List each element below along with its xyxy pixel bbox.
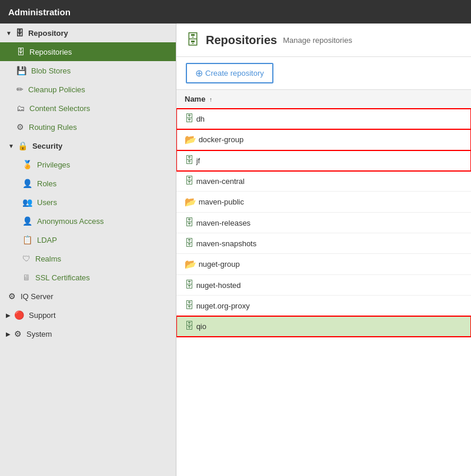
table-row[interactable]: 🗄 nuget-hosted <box>176 275 471 296</box>
proxy-icon: 🗄 <box>185 300 194 311</box>
sidebar-item-users[interactable]: 👥 Users <box>0 193 176 212</box>
roles-label: Roles <box>37 179 56 188</box>
iq-server-icon: ⚙ <box>8 291 16 301</box>
repo-name: maven-releases <box>196 219 251 227</box>
repo-name: nuget-hosted <box>196 281 241 290</box>
sidebar-item-cleanup-policies[interactable]: ✏ Cleanup Policies <box>0 80 176 99</box>
repository-arrow: ▼ <box>6 30 12 36</box>
sort-ascending-icon: ↑ <box>209 96 212 103</box>
table-row[interactable]: 🗄 maven-snapshots <box>176 233 471 254</box>
table-row[interactable]: 🗄 maven-releases <box>176 213 471 233</box>
table-row[interactable]: 📂 maven-public <box>176 192 471 213</box>
content-area: 🗄 Repositories Manage repositories ⊕ Cre… <box>176 24 471 476</box>
sidebar-item-ssl-certificates[interactable]: 🖥 SSL Certificates <box>0 268 176 287</box>
admin-header: Administration <box>0 0 471 24</box>
proxy-icon: 🗄 <box>185 113 194 124</box>
table-row[interactable]: 🗄 maven-central <box>176 171 471 192</box>
system-icon: ⚙ <box>14 329 22 338</box>
anonymous-icon: 👤 <box>22 216 32 226</box>
ldap-label: LDAP <box>37 236 57 244</box>
repositories-table-body: 🗄 dh📂 docker-group🗄 jf🗄 maven-central📂 m… <box>176 109 471 337</box>
sidebar-item-repositories[interactable]: 🗄 Repositories <box>0 42 176 61</box>
repo-name: maven-public <box>199 197 244 206</box>
cleanup-icon: ✏ <box>16 85 24 94</box>
sidebar-item-routing-rules[interactable]: ⚙ Routing Rules <box>0 118 176 136</box>
sidebar-item-roles[interactable]: 👤 Roles <box>0 174 176 193</box>
sidebar-item-realms[interactable]: 🛡 Realms <box>0 249 176 268</box>
realms-icon: 🛡 <box>22 254 31 263</box>
name-column-header[interactable]: Name ↑ <box>176 90 471 109</box>
create-button-label: Create repository <box>205 69 264 78</box>
table-row[interactable]: 📂 nuget-group <box>176 254 471 275</box>
sidebar-item-system[interactable]: ▶ ⚙ System <box>0 324 176 343</box>
users-label: Users <box>37 198 57 207</box>
routing-rules-icon: ⚙ <box>16 122 24 132</box>
repositories-icon: 🗄 <box>16 47 25 56</box>
security-section-label: Security <box>32 142 62 150</box>
repositories-header-icon: 🗄 <box>186 32 200 48</box>
sidebar-section-security[interactable]: ▼ 🔒 Security <box>0 136 176 155</box>
sidebar-item-support[interactable]: ▶ 🔴 Support <box>0 306 176 324</box>
table-row[interactable]: 🗄 dh <box>176 109 471 129</box>
table-header-row: Name ↑ <box>176 90 471 109</box>
sidebar-item-ldap[interactable]: 📋 LDAP <box>0 230 176 249</box>
repositories-table: Name ↑ 🗄 dh📂 docker-group🗄 jf🗄 maven-cen… <box>176 90 471 337</box>
create-repository-button[interactable]: ⊕ Create repository <box>186 63 273 83</box>
table-row[interactable]: 📂 docker-group <box>176 129 471 150</box>
content-selectors-label: Content Selectors <box>29 104 90 113</box>
sidebar-item-anonymous-access[interactable]: 👤 Anonymous Access <box>0 212 176 230</box>
sidebar-item-blob-stores[interactable]: 💾 Blob Stores <box>0 61 176 80</box>
content-selectors-icon: 🗂 <box>16 103 25 113</box>
privileges-icon: 🏅 <box>22 160 32 169</box>
table-row[interactable]: 🗄 jf <box>176 150 471 171</box>
users-icon: 👥 <box>22 197 32 207</box>
hosted-icon: 🗄 <box>185 217 194 228</box>
hosted-icon: 🗄 <box>185 238 194 249</box>
sidebar-item-privileges[interactable]: 🏅 Privileges <box>0 155 176 174</box>
page-title: Repositories <box>206 33 277 47</box>
repo-name: qio <box>196 322 206 331</box>
ssl-label: SSL Certificates <box>35 273 90 282</box>
repositories-table-wrapper: Name ↑ 🗄 dh📂 docker-group🗄 jf🗄 maven-cen… <box>176 90 471 337</box>
repo-name: docker-group <box>199 135 244 144</box>
routing-rules-label: Routing Rules <box>29 123 77 132</box>
roles-icon: 👤 <box>22 179 32 188</box>
hosted-icon: 🗄 <box>185 280 194 290</box>
group-icon: 📂 <box>185 196 196 207</box>
repositories-label: Repositories <box>29 48 72 56</box>
realms-label: Realms <box>35 254 61 263</box>
repo-name: maven-snapshots <box>196 239 257 248</box>
blob-stores-label: Blob Stores <box>31 66 71 75</box>
system-label: System <box>26 330 52 338</box>
blob-stores-icon: 💾 <box>16 66 26 75</box>
admin-header-title: Administration <box>8 7 71 17</box>
table-row[interactable]: 🗄 nuget.org-proxy <box>176 296 471 316</box>
repository-section-label: Repository <box>28 29 68 38</box>
main-layout: ▼ 🗄 Repository 🗄 Repositories 💾 Blob Sto… <box>0 24 471 476</box>
ssl-icon: 🖥 <box>22 273 31 282</box>
content-header: 🗄 Repositories Manage repositories <box>176 24 471 57</box>
support-icon: 🔴 <box>14 310 24 320</box>
plus-icon: ⊕ <box>195 68 203 79</box>
security-arrow: ▼ <box>8 143 14 149</box>
table-row[interactable]: 🗄 qio <box>176 316 471 337</box>
system-arrow: ▶ <box>6 331 11 337</box>
support-label: Support <box>29 311 56 320</box>
group-icon: 📂 <box>185 259 196 270</box>
proxy-icon: 🗄 <box>185 321 194 331</box>
repo-name: dh <box>196 115 205 123</box>
repo-name: nuget.org-proxy <box>196 301 250 310</box>
group-icon: 📂 <box>185 134 196 145</box>
privileges-label: Privileges <box>37 160 70 169</box>
sidebar-item-iq-server[interactable]: ⚙ IQ Server <box>0 287 176 306</box>
anonymous-label: Anonymous Access <box>37 217 103 226</box>
sidebar-item-content-selectors[interactable]: 🗂 Content Selectors <box>0 99 176 118</box>
cleanup-label: Cleanup Policies <box>28 85 85 94</box>
repo-name: maven-central <box>196 177 245 186</box>
iq-server-label: IQ Server <box>21 292 54 301</box>
security-icon: 🔒 <box>18 141 28 150</box>
table-header: Name ↑ <box>176 90 471 109</box>
sidebar-section-repository[interactable]: ▼ 🗄 Repository <box>0 24 176 42</box>
ldap-icon: 📋 <box>22 235 32 244</box>
repository-icon: 🗄 <box>15 28 24 38</box>
